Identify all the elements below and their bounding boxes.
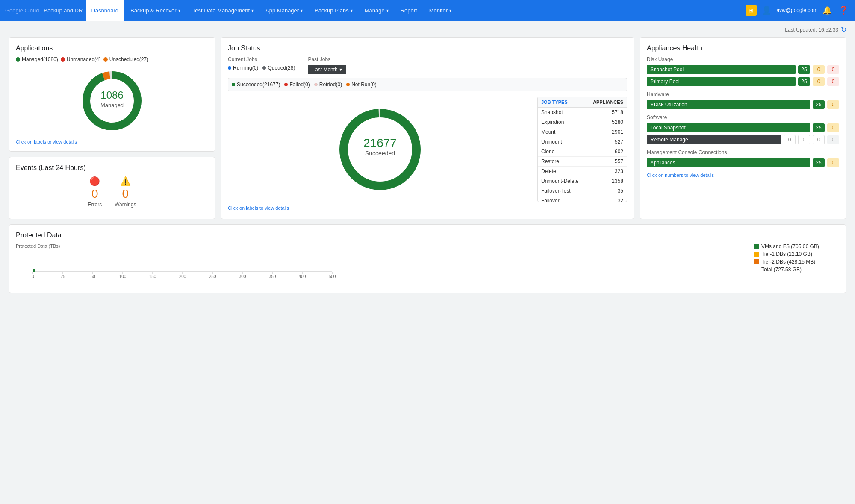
user-icon[interactable]: 👤	[760, 4, 773, 17]
primary-pool-green[interactable]: 25	[798, 77, 810, 86]
protected-chart-svg: 0 25 50 100 150 200 250 300 350	[16, 250, 336, 284]
snapshot-pool-orange[interactable]: 0	[813, 65, 825, 74]
svg-text:Managed: Managed	[100, 102, 124, 108]
table-row[interactable]: Delete323	[538, 167, 627, 176]
table-row[interactable]: Restore557	[538, 157, 627, 167]
vdisk-label[interactable]: VDisk Utilization	[647, 100, 810, 109]
last-updated-label: Last Updated: 16:52:33	[785, 27, 838, 33]
nav-item-backup-plans[interactable]: Backup Plans ▾	[310, 0, 358, 21]
remote-manage-green[interactable]: 0	[784, 135, 796, 144]
nav-item-monitor[interactable]: Monitor ▾	[424, 0, 457, 21]
disk-usage-label: Disk Usage	[647, 56, 839, 62]
legend-vms: VMs and FS (705.06 GB)	[754, 243, 839, 249]
running-pill[interactable]: Running(0)	[228, 65, 258, 71]
chevron-down-icon: ▾	[386, 8, 389, 13]
not-run-pill[interactable]: Not Run(0)	[346, 82, 377, 88]
software-section: Software Local Snapshot 25 0 Remote Mana…	[647, 114, 839, 144]
snapshot-pool-green[interactable]: 25	[798, 65, 810, 74]
table-row[interactable]: Mount2901	[538, 127, 627, 137]
failed-pill[interactable]: Failed(0)	[284, 82, 310, 88]
table-row[interactable]: Failover32	[538, 196, 627, 202]
nav-item-manage[interactable]: Manage ▾	[360, 0, 394, 21]
legend-area: VMs and FS (705.06 GB) Tier-1 DBs (22.10…	[754, 243, 839, 274]
appliances-health-footer[interactable]: Click on numbers to view details	[647, 173, 839, 178]
period-dropdown[interactable]: Last Month ▾	[308, 65, 346, 74]
succeeded-pill[interactable]: Succeeded(21677)	[232, 82, 280, 88]
vms-legend-sq	[754, 244, 759, 249]
local-snapshot-orange[interactable]: 0	[827, 123, 839, 132]
svg-text:500: 500	[329, 274, 336, 279]
legend-unscheduled[interactable]: Unscheduled(27)	[103, 56, 148, 62]
table-row[interactable]: Expiration5280	[538, 117, 627, 127]
svg-text:100: 100	[119, 274, 127, 279]
appliances-green[interactable]: 25	[813, 158, 825, 167]
nav-item-dashboard[interactable]: Dashboard	[86, 0, 124, 21]
nav-item-app-manager[interactable]: App Manager ▾	[260, 0, 308, 21]
job-table: JOB TYPES APPLIANCES Snapshot5718 Expira…	[537, 97, 627, 202]
y-axis-label: Protected Data (TBs)	[16, 243, 749, 249]
tier1-legend-label: Tier-1 DBs (22.10 GB)	[761, 251, 812, 257]
table-row[interactable]: Unmount527	[538, 137, 627, 147]
vdisk-green[interactable]: 25	[813, 100, 825, 109]
nav-item-backup-recover[interactable]: Backup & Recover ▾	[125, 0, 186, 21]
remote-manage-label[interactable]: Remote Manage	[647, 135, 781, 144]
events-card: Events (Last 24 Hours) 🔴 0 Errors ⚠️ 0 W…	[9, 157, 215, 219]
appliances-label[interactable]: Appliances	[647, 158, 810, 167]
current-jobs-pills: Running(0) Queued(28)	[228, 65, 295, 71]
applications-footer[interactable]: Click on labels to view details	[16, 139, 208, 144]
snapshot-pool-red[interactable]: 0	[827, 65, 839, 74]
table-row[interactable]: Clone602	[538, 147, 627, 157]
job-status-footer[interactable]: Click on labels to view details	[228, 205, 627, 211]
retried-pill[interactable]: Retried(0)	[314, 82, 342, 88]
product-label: Backup and DR	[44, 7, 83, 14]
past-jobs-pills: Succeeded(21677) Failed(0) Retried(0) No…	[228, 78, 627, 91]
primary-pool-orange[interactable]: 0	[813, 77, 825, 86]
local-snapshot-label[interactable]: Local Snapshot	[647, 123, 810, 132]
top-grid: Applications Managed(1086) Unmanaged(4) …	[9, 37, 846, 219]
google-cloud-label: Google Cloud	[5, 7, 39, 14]
svg-text:Succeeded: Succeeded	[365, 150, 395, 157]
job-types-tab[interactable]: JOB TYPES	[538, 97, 582, 107]
managed-label: Managed(1086)	[22, 56, 58, 62]
local-snapshot-green[interactable]: 25	[813, 123, 825, 132]
appliances-health-card: Appliances Health Disk Usage Snapshot Po…	[640, 37, 846, 219]
protected-inner: Protected Data (TBs) 0 25 50 100 150 200	[16, 243, 839, 286]
vms-legend-label: VMs and FS (705.06 GB)	[761, 243, 819, 249]
job-content: 21677 Succeeded JOB TYPES APPLIANCES Sna…	[228, 97, 627, 202]
job-table-area: JOB TYPES APPLIANCES Snapshot5718 Expira…	[537, 97, 627, 202]
refresh-icon[interactable]: ↻	[841, 26, 846, 34]
vdisk-orange[interactable]: 0	[827, 100, 839, 109]
retried-dot	[314, 83, 318, 86]
total-legend-label: Total (727.58 GB)	[761, 267, 802, 273]
filter-icon[interactable]: ⊞	[746, 5, 757, 16]
svg-text:25: 25	[60, 274, 65, 279]
appliances-health-title: Appliances Health	[647, 44, 839, 52]
snapshot-pool-label[interactable]: Snapshot Pool	[647, 65, 796, 74]
help-icon[interactable]: ❓	[837, 4, 850, 17]
applications-card: Applications Managed(1086) Unmanaged(4) …	[9, 37, 215, 152]
appliances-tab[interactable]: APPLIANCES	[582, 97, 627, 107]
primary-pool-label[interactable]: Primary Pool	[647, 77, 796, 86]
remote-manage-extra[interactable]: 0	[827, 135, 839, 144]
nav-item-test-data[interactable]: Test Data Management ▾	[187, 0, 259, 21]
software-label: Software	[647, 114, 839, 120]
nav-item-report[interactable]: Report	[395, 0, 422, 21]
table-row[interactable]: Failover-Test35	[538, 186, 627, 196]
hardware-label: Hardware	[647, 91, 839, 97]
events-row: 🔴 0 Errors ⚠️ 0 Warnings	[16, 176, 208, 208]
primary-pool-red[interactable]: 0	[827, 77, 839, 86]
protected-data-title: Protected Data	[16, 231, 839, 239]
remote-manage-red[interactable]: 0	[813, 135, 825, 144]
legend-managed[interactable]: Managed(1086)	[16, 56, 58, 62]
remote-manage-orange[interactable]: 0	[798, 135, 810, 144]
disk-usage-section: Disk Usage Snapshot Pool 25 0 0 Primary …	[647, 56, 839, 86]
job-table-header: JOB TYPES APPLIANCES	[538, 97, 627, 108]
legend-unmanaged[interactable]: Unmanaged(4)	[61, 56, 101, 62]
table-row[interactable]: Snapshot5718	[538, 108, 627, 117]
bell-icon[interactable]: 🔔	[821, 4, 834, 17]
local-snapshot-row: Local Snapshot 25 0	[647, 123, 839, 132]
table-row[interactable]: Unmount-Delete2358	[538, 176, 627, 186]
appliances-orange[interactable]: 0	[827, 158, 839, 167]
queued-pill[interactable]: Queued(28)	[262, 65, 295, 71]
retried-label: Retried(0)	[319, 82, 342, 88]
